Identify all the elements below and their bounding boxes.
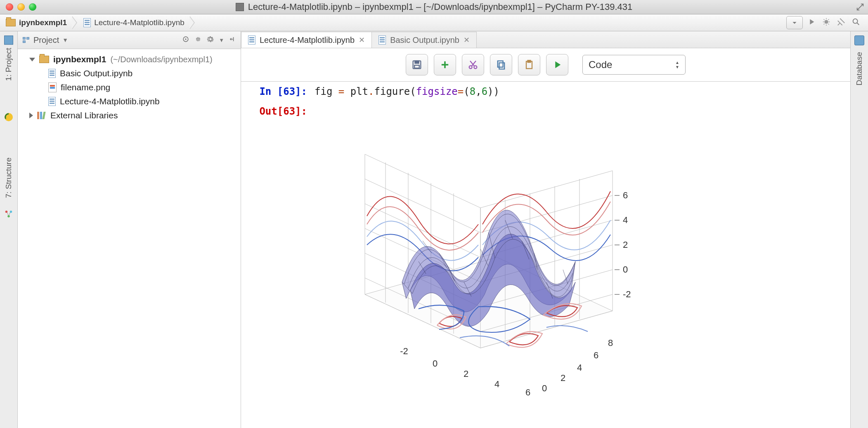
scroll-from-source-icon[interactable] — [182, 35, 190, 45]
project-view-icon — [22, 36, 30, 44]
svg-text:6: 6 — [623, 190, 628, 200]
svg-rect-13 — [414, 65, 419, 68]
svg-point-10 — [185, 38, 186, 40]
close-tab-icon[interactable]: ✕ — [464, 35, 470, 45]
search-everywhere-button[interactable] — [850, 16, 862, 30]
editor-tab-active[interactable]: Lecture-4-Matplotlib.ipynb ✕ — [241, 32, 372, 48]
svg-text:4: 4 — [623, 215, 628, 225]
tool-window-tab-database[interactable]: Database — [855, 52, 864, 85]
project-panel-title: Project — [33, 35, 59, 45]
save-button[interactable] — [406, 54, 428, 75]
svg-text:4: 4 — [494, 379, 499, 389]
svg-point-5 — [7, 215, 10, 218]
svg-point-1 — [853, 19, 858, 23]
collapse-all-icon[interactable] — [194, 35, 202, 45]
database-tool-icon — [854, 35, 864, 45]
svg-rect-16 — [499, 63, 504, 69]
input-prompt: In [63]: — [258, 86, 307, 97]
notebook-toolbar: Code ▲▼ — [241, 48, 850, 82]
output-prompt: Out[63]: — [258, 106, 307, 117]
project-tree[interactable]: ipynbexmpl1 (~/Downloads/ipynbexmpl1) Ba… — [18, 49, 241, 126]
image-file-icon — [48, 82, 57, 92]
paste-button[interactable] — [518, 54, 540, 75]
editor-area: Lecture-4-Matplotlib.ipynb ✕ Basic Outpu… — [241, 31, 850, 428]
maximize-icon[interactable] — [856, 2, 865, 12]
run-config-dropdown[interactable] — [786, 16, 803, 29]
project-root-path: (~/Downloads/ipynbexmpl1) — [110, 55, 212, 64]
cell-output: -2 0 2 4 6 — [258, 117, 834, 400]
zoom-window-button[interactable] — [29, 3, 36, 11]
libraries-icon — [37, 112, 46, 119]
notebook-content[interactable]: In [63]: fig = plt.figure(figsize=(8,6))… — [241, 82, 850, 428]
svg-text:8: 8 — [608, 338, 613, 348]
breadcrumb-label: Lecture-4-Matplotlib.ipynb — [94, 18, 184, 27]
add-cell-button[interactable] — [434, 54, 456, 75]
right-tool-window-strip: Database — [850, 31, 868, 428]
navigation-bar: ipynbexmpl1 Lecture-4-Matplotlib.ipynb — [0, 14, 868, 31]
svg-rect-19 — [528, 61, 531, 63]
run-cell-button[interactable] — [546, 54, 568, 75]
pycharm-logo-icon — [4, 112, 14, 122]
project-root-name: ipynbexmpl1 — [53, 54, 106, 64]
tree-file-node[interactable]: filename.png — [20, 80, 238, 94]
folder-icon — [39, 56, 49, 63]
debug-button[interactable] — [820, 16, 833, 30]
expand-toggle-icon[interactable] — [29, 58, 35, 61]
copy-button[interactable] — [490, 54, 512, 75]
svg-text:2: 2 — [561, 373, 565, 383]
editor-tabs: Lecture-4-Matplotlib.ipynb ✕ Basic Outpu… — [241, 31, 850, 48]
project-view-selector[interactable]: Project ▼ — [22, 35, 68, 45]
code-input[interactable]: fig = plt.figure(figsize=(8,6)) — [315, 86, 499, 97]
notebook-icon — [48, 69, 56, 78]
cell-type-label: Code — [589, 59, 612, 71]
svg-text:2: 2 — [464, 369, 468, 379]
tool-window-tab-project[interactable]: 1: Project — [4, 35, 13, 81]
close-window-button[interactable] — [6, 3, 13, 11]
breadcrumb-file[interactable]: Lecture-4-Matplotlib.ipynb — [80, 14, 190, 31]
svg-text:0: 0 — [623, 264, 628, 275]
minimize-window-button[interactable] — [17, 3, 25, 11]
window-title: Lecture-4-Matplotlib.ipynb – ipynbexmpl1… — [248, 2, 633, 12]
svg-text:2: 2 — [623, 240, 628, 250]
cut-button[interactable] — [462, 54, 484, 75]
svg-text:0: 0 — [433, 358, 438, 369]
external-libraries-node[interactable]: External Libraries — [20, 108, 238, 122]
expand-toggle-icon[interactable] — [29, 113, 33, 118]
svg-rect-17 — [498, 61, 503, 67]
close-tab-icon[interactable]: ✕ — [359, 35, 365, 45]
svg-text:4: 4 — [577, 362, 582, 373]
tree-file-node[interactable]: Lecture-4-Matplotlib.ipynb — [20, 94, 238, 108]
notebook-icon — [378, 35, 386, 45]
run-button[interactable] — [805, 16, 818, 30]
svg-rect-6 — [23, 37, 26, 39]
settings-dropdown-icon[interactable]: ▼ — [219, 37, 224, 43]
file-name: filename.png — [61, 82, 110, 92]
editor-tab[interactable]: Basic Output.ipynb ✕ — [371, 32, 477, 48]
settings-gear-icon[interactable] — [206, 35, 215, 45]
coverage-button[interactable] — [835, 16, 847, 30]
tree-file-node[interactable]: Basic Output.ipynb — [20, 66, 238, 80]
svg-point-0 — [824, 20, 828, 24]
svg-rect-8 — [27, 37, 29, 39]
svg-text:6: 6 — [594, 350, 598, 360]
matplotlib-3d-plot: -2 0 2 4 6 — [315, 117, 654, 397]
app-icon — [236, 3, 244, 11]
folder-icon — [6, 19, 16, 26]
tree-root-node[interactable]: ipynbexmpl1 (~/Downloads/ipynbexmpl1) — [20, 52, 238, 66]
project-tool-icon — [4, 35, 13, 45]
file-name: Lecture-4-Matplotlib.ipynb — [60, 96, 160, 106]
cell-type-selector[interactable]: Code ▲▼ — [582, 55, 686, 75]
tab-label: Basic Output.ipynb — [390, 35, 459, 45]
svg-text:6: 6 — [525, 387, 530, 397]
notebook-cell[interactable]: In [63]: fig = plt.figure(figsize=(8,6))… — [258, 86, 834, 400]
svg-rect-12 — [415, 61, 419, 63]
window-titlebar: Lecture-4-Matplotlib.ipynb – ipynbexmpl1… — [0, 0, 868, 14]
tool-window-tab-structure[interactable]: 7: Structure — [4, 158, 13, 198]
stepper-arrows-icon: ▲▼ — [675, 60, 679, 69]
breadcrumb-project-root[interactable]: ipynbexmpl1 — [2, 14, 73, 31]
left-tool-window-strip: 1: Project 7: Structure — [0, 31, 18, 428]
hide-panel-icon[interactable] — [228, 35, 237, 45]
window-traffic-lights — [0, 3, 36, 11]
project-tool-window: Project ▼ ▼ ipynbexmpl1 (~/Downloads/ipy… — [18, 31, 241, 428]
svg-text:0: 0 — [542, 383, 547, 393]
